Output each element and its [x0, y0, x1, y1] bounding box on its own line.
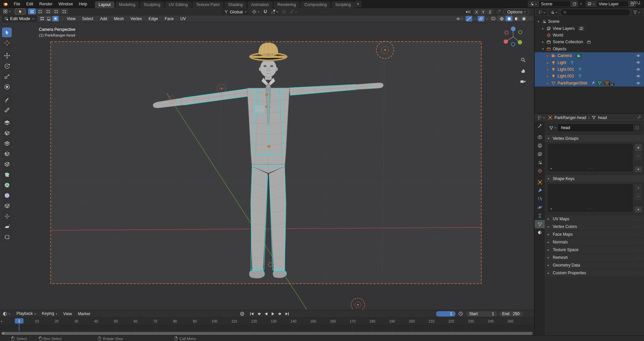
camera-data-icon[interactable] [576, 53, 582, 58]
mirror-y-button[interactable]: Y [480, 9, 486, 15]
tab-compositing[interactable]: Compositing [301, 1, 330, 8]
auto-keying-button[interactable] [239, 311, 245, 317]
current-frame-field[interactable]: 1 [436, 311, 455, 317]
tool-annotate[interactable] [2, 95, 12, 104]
timeline-menu-view[interactable]: View [60, 310, 75, 318]
tool-edge-slide[interactable] [2, 201, 12, 211]
chevron-down-icon[interactable] [474, 17, 476, 20]
outliner-row-light-002[interactable]: ▸ Light.002 [535, 73, 644, 79]
tab-object[interactable] [535, 178, 545, 186]
outliner-display-mode-button[interactable] [537, 9, 547, 15]
scene-browse-button[interactable] [528, 1, 539, 7]
wireframe-shading-button[interactable] [498, 16, 505, 21]
panel-face-maps[interactable]: ▸Face Maps···· [545, 230, 644, 238]
options-dropdown[interactable]: Options [503, 9, 529, 15]
add-workspace-button[interactable]: + [355, 1, 362, 7]
proportional-falloff-dropdown[interactable] [289, 9, 298, 15]
edge-select-button[interactable] [46, 16, 52, 21]
tool-measure[interactable] [2, 105, 12, 115]
breadcrumb-object[interactable]: ParkRanger-head [554, 115, 586, 120]
frame-start-field[interactable]: Start1 [466, 311, 497, 317]
panel-uv-maps[interactable]: ▸UV Maps···· [545, 215, 644, 223]
tool-smooth[interactable] [2, 190, 12, 200]
timeline-editor-type-button[interactable] [2, 311, 11, 317]
timeline-menu-keying[interactable]: Keying [39, 310, 60, 318]
viewport-menu-vertex[interactable]: Vertex [127, 15, 145, 22]
panel-remesh[interactable]: ▸Remesh···· [545, 253, 644, 261]
tool-rip-region[interactable] [2, 232, 12, 242]
panel-texture-space[interactable]: ▸Texture Space···· [545, 246, 644, 253]
tool-move[interactable] [2, 51, 12, 60]
tab-render[interactable] [535, 133, 545, 141]
timeline-disclosure-icon[interactable]: ▸ [1, 320, 3, 323]
tool-shear[interactable] [2, 222, 12, 231]
scene-name-field[interactable]: Scene [539, 1, 571, 7]
menu-edit[interactable]: Edit [23, 0, 36, 8]
tab-scripting[interactable]: Scripting [331, 1, 355, 8]
select-mode-extend[interactable] [36, 8, 44, 14]
frame-end-field[interactable]: End250 [499, 311, 523, 317]
viewport-canvas[interactable]: Camera Perspective (1) ParkRanger-head [0, 22, 534, 310]
rendered-shading-button[interactable] [520, 16, 527, 21]
shape-keys-list[interactable]: ▸ ···· [548, 184, 633, 212]
tool-inset-faces[interactable] [2, 128, 12, 138]
outliner-row-scene[interactable]: ▾ Scene [535, 18, 644, 25]
tab-tool[interactable] [535, 122, 545, 130]
tool-knife[interactable] [2, 159, 12, 169]
tool-spin[interactable] [2, 180, 12, 190]
viewport-menu-add[interactable]: Add [97, 15, 110, 22]
light-data-icon[interactable] [578, 67, 582, 72]
expand-icon[interactable]: ▸ [541, 27, 545, 30]
pan-hand-icon[interactable] [520, 68, 526, 73]
next-keyframe-button[interactable] [277, 311, 283, 317]
solid-shading-button[interactable] [505, 16, 513, 21]
face-select-button[interactable] [52, 16, 59, 21]
panel-normals[interactable]: ▸Normals···· [545, 238, 644, 246]
panel-vertex-colors[interactable]: ▸Vertex Colors···· [545, 223, 644, 230]
outliner-search[interactable] [561, 9, 630, 15]
viewport-menu-select[interactable]: Select [79, 15, 97, 22]
xray-toggle[interactable] [490, 16, 497, 21]
camera-view-icon[interactable] [520, 78, 526, 84]
view-layer-name-field[interactable]: View Layer [596, 1, 629, 7]
vertex-groups-panel-header[interactable]: ▾Vertex Groups···· [545, 134, 644, 142]
modifier-wrench-icon[interactable] [591, 81, 595, 85]
chevron-down-icon[interactable] [486, 17, 488, 20]
use-preview-range-button[interactable] [458, 311, 463, 316]
tab-shading[interactable]: Shading [224, 1, 247, 8]
outliner-row-scene-collection[interactable]: ▸ Scene Collection [535, 39, 644, 45]
timeline-menu-marker[interactable]: Marker [75, 310, 93, 318]
snap-settings-dropdown[interactable] [270, 9, 279, 15]
editor-type-button[interactable] [2, 9, 12, 14]
gizmos-toggle[interactable] [466, 16, 472, 21]
play-button[interactable] [270, 311, 276, 317]
tool-bevel[interactable] [2, 138, 12, 148]
transform-orientation-dropdown[interactable]: Global [221, 9, 250, 15]
mesh-name-input[interactable] [558, 124, 633, 131]
tool-extrude-region[interactable] [2, 118, 12, 127]
tab-material[interactable] [535, 228, 545, 237]
light-data-icon[interactable] [570, 60, 575, 65]
navigation-gizmo[interactable] [501, 24, 525, 48]
active-tool-display[interactable] [15, 8, 25, 14]
menu-render[interactable]: Render [36, 0, 55, 8]
tab-modeling[interactable]: Modeling [115, 1, 139, 8]
proportional-editing-toggle[interactable] [281, 9, 287, 15]
timeline-ruler[interactable]: 1 10203040506070809010011012013014015016… [0, 318, 534, 325]
outliner-row-camera[interactable]: ▸ Camera [535, 52, 644, 59]
select-mode-intersect[interactable] [60, 8, 68, 14]
light-data-icon[interactable] [578, 74, 582, 78]
tab-constraints[interactable] [535, 212, 545, 220]
list-expand-icon[interactable]: ▸ [551, 207, 552, 210]
tab-view-layer[interactable] [535, 150, 545, 158]
viewport-menu-edge[interactable]: Edge [145, 15, 161, 22]
timeline-menu-playback[interactable]: Playback [13, 310, 39, 318]
tab-output[interactable] [535, 141, 545, 150]
outliner-row-parkrangershirt[interactable]: ▸ ParkRangerShirt 12 [535, 80, 644, 87]
select-mode-set[interactable] [28, 8, 36, 14]
properties-editor-type-button[interactable] [537, 115, 546, 121]
tab-particles[interactable] [535, 195, 545, 203]
tab-sculpting[interactable]: Sculpting [140, 1, 164, 8]
panel-custom-properties[interactable]: ▸Custom Properties···· [545, 269, 644, 277]
expand-icon[interactable]: ▸ [541, 40, 545, 44]
